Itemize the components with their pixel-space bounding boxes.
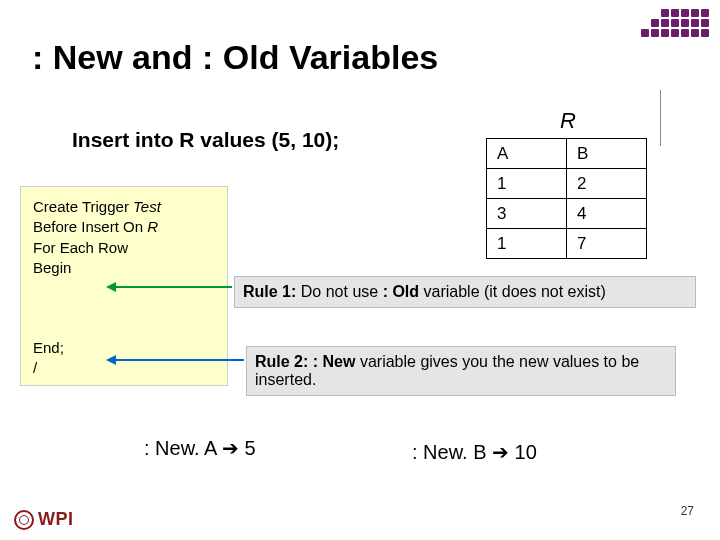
table-row: 1 7 <box>487 229 647 259</box>
seal-icon <box>14 510 34 530</box>
decorative-dot-grid <box>630 8 710 38</box>
arrow-icon <box>114 286 232 288</box>
arrow-icon <box>114 359 244 361</box>
rule-label: Rule 1: <box>243 283 296 300</box>
right-arrow-icon: ➔ <box>492 441 509 463</box>
table-name-label: R <box>560 108 576 134</box>
page-number: 27 <box>681 504 694 518</box>
logo-text: WPI <box>38 509 74 530</box>
col-header: A <box>487 139 567 169</box>
new-a-value: : New. A ➔ 5 <box>144 436 256 460</box>
rule-2-box: Rule 2: : New variable gives you the new… <box>246 346 676 396</box>
table-row: 1 2 <box>487 169 647 199</box>
col-header: B <box>567 139 647 169</box>
decorative-vline <box>660 90 661 146</box>
rule-label: Rule 2: <box>255 353 308 370</box>
rule-1-box: Rule 1: Do not use : Old variable (it do… <box>234 276 696 308</box>
data-table: A B 1 2 3 4 1 7 <box>486 138 647 259</box>
wpi-logo: WPI <box>14 509 74 530</box>
insert-statement: Insert into R values (5, 10); <box>72 128 339 152</box>
slide-title: : New and : Old Variables <box>32 38 438 77</box>
new-b-value: : New. B ➔ 10 <box>412 440 537 464</box>
right-arrow-icon: ➔ <box>222 437 239 459</box>
table-row: 3 4 <box>487 199 647 229</box>
table-header-row: A B <box>487 139 647 169</box>
